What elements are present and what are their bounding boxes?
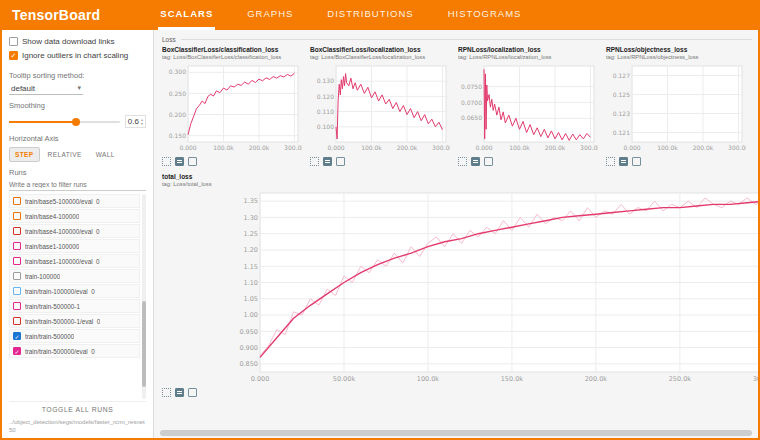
svg-text:0.0750: 0.0750 (461, 83, 482, 90)
expand-icon[interactable] (162, 157, 171, 166)
expand-icon[interactable] (606, 157, 615, 166)
checkbox-icon[interactable] (9, 37, 18, 46)
run-row[interactable]: train/train-500000/eval_0 (9, 344, 140, 358)
fullscreen-icon[interactable] (188, 388, 197, 397)
run-row[interactable]: train/base1-100000 (9, 239, 140, 253)
run-row[interactable]: train/train-500000 (9, 329, 140, 343)
run-checkbox[interactable] (13, 227, 21, 235)
data-table-icon[interactable] (175, 388, 184, 397)
rpn-localization-loss-chart[interactable]: 0.07500.07000.06500.000100.0k200.0k300.0… (458, 62, 598, 154)
run-row[interactable]: train/train-500000-1 (9, 299, 140, 313)
horizontal-axis-label: Horizontal Axis (9, 134, 146, 143)
data-table-icon[interactable] (323, 157, 332, 166)
run-row[interactable]: train/base4-100000/eval_0 (9, 224, 140, 238)
svg-text:0.0650: 0.0650 (461, 114, 482, 121)
category-header[interactable]: Loss (162, 34, 752, 44)
run-list-scrollbar[interactable] (142, 194, 146, 399)
divider (181, 39, 752, 40)
svg-text:200.0k: 200.0k (585, 375, 608, 383)
run-row[interactable]: train/base5-100000/eval_0 (9, 194, 140, 208)
axis-relative-button[interactable]: RELATIVE (42, 147, 88, 162)
run-row[interactable]: train/train-100000/eval_0 (9, 284, 140, 298)
run-checkbox[interactable] (13, 302, 21, 310)
chart-card-rpn-localization-loss: RPNLoss/localization_loss tag: Loss/RPNL… (458, 46, 598, 166)
run-checkbox[interactable] (13, 212, 21, 220)
data-table-icon[interactable] (175, 157, 184, 166)
run-checkbox[interactable] (13, 332, 21, 340)
tab-histograms[interactable]: HISTOGRAMS (446, 0, 524, 30)
run-row[interactable]: train-100000 (9, 269, 140, 283)
run-checkbox[interactable] (13, 197, 21, 205)
svg-text:300.0k: 300.0k (753, 375, 760, 383)
axis-wall-button[interactable]: WALL (90, 147, 121, 162)
data-table-icon[interactable] (619, 157, 628, 166)
expand-icon[interactable] (310, 157, 319, 166)
chart-tag: tag: Loss/RPNLoss/objectness_loss (606, 54, 746, 61)
run-row[interactable]: train/base1-100000/eval_0 (9, 254, 140, 268)
svg-text:0.000: 0.000 (327, 144, 344, 151)
axis-step-button[interactable]: STEP (9, 147, 40, 162)
smoothing-value: 0.6 (128, 117, 139, 126)
tab-distributions[interactable]: DISTRIBUTIONS (325, 0, 415, 30)
svg-text:1.25: 1.25 (244, 230, 258, 238)
tab-graphs[interactable]: GRAPHS (245, 0, 295, 30)
slider-thumb-icon[interactable] (72, 118, 80, 126)
run-row[interactable]: train/train-500000-1/eval_0 (9, 314, 140, 328)
expand-icon[interactable] (162, 388, 171, 397)
run-checkbox[interactable] (13, 242, 21, 250)
scrollbar-thumb[interactable] (142, 301, 146, 387)
svg-text:0.127: 0.127 (613, 72, 630, 79)
svg-text:0.000: 0.000 (251, 375, 270, 383)
svg-text:250.0k: 250.0k (669, 375, 692, 383)
svg-text:0.150: 0.150 (169, 132, 186, 139)
tab-scalars[interactable]: SCALARS (158, 0, 215, 30)
svg-text:300.0k: 300.0k (728, 144, 746, 151)
checkbox-icon[interactable] (9, 51, 18, 60)
fullscreen-icon[interactable] (484, 157, 493, 166)
run-filter-input[interactable] (9, 179, 146, 191)
smoothing-slider[interactable] (9, 121, 120, 123)
run-label: train/base5-100000/eval_0 (25, 198, 100, 205)
svg-text:0.000: 0.000 (623, 144, 640, 151)
spinner-down-icon[interactable]: ▾ (141, 122, 143, 126)
svg-text:0.300: 0.300 (169, 69, 186, 76)
axis-button-group: STEP RELATIVE WALL (9, 147, 146, 162)
svg-text:0.120: 0.120 (317, 93, 334, 100)
chart-title: total_loss (162, 173, 752, 181)
svg-text:100.0k: 100.0k (657, 144, 678, 151)
horizontal-scrollbar[interactable] (160, 430, 752, 436)
fullscreen-icon[interactable] (188, 157, 197, 166)
svg-text:300.0k: 300.0k (432, 144, 450, 151)
tooltip-sort-dropdown[interactable]: default ▾ (9, 83, 83, 95)
run-checkbox[interactable] (13, 272, 21, 280)
show-download-links-option[interactable]: Show data download links (9, 37, 146, 46)
run-checkbox[interactable] (13, 317, 21, 325)
objectness-loss-chart[interactable]: 0.1270.1250.1230.1210.000100.0k200.0k300… (606, 62, 746, 154)
svg-text:1.30: 1.30 (244, 214, 258, 222)
data-table-icon[interactable] (471, 157, 480, 166)
run-checkbox[interactable] (13, 257, 21, 265)
chart-tag: tag: Loss/RPNLoss/localization_loss (458, 54, 598, 61)
value-stepper[interactable]: ▴▾ (141, 118, 143, 125)
smoothing-value-field[interactable]: 0.6 ▴▾ (125, 115, 146, 128)
model-path-text: ../object_detection/segs/models/faster_r… (9, 416, 146, 435)
run-checkbox[interactable] (13, 347, 21, 355)
run-label: train/train-500000 (25, 333, 74, 340)
classification-loss-chart[interactable]: 0.3000.2500.2000.1500.000100.0k200.0k300… (162, 62, 302, 154)
total-loss-chart[interactable]: 1.351.301.251.201.151.101.051.000.9500.9… (226, 189, 760, 385)
fullscreen-icon[interactable] (336, 157, 345, 166)
toggle-all-runs-button[interactable]: TOGGLE ALL RUNS (9, 401, 146, 416)
box-localization-loss-chart[interactable]: 0.1300.1200.1100.1000.000100.0k200.0k300… (310, 62, 450, 154)
run-label: train/train-100000/eval_0 (25, 288, 95, 295)
chart-toolbar (162, 388, 752, 397)
svg-text:0.200: 0.200 (169, 111, 186, 118)
run-checkbox[interactable] (13, 287, 21, 295)
content-area: Show data download links Ignore outliers… (2, 30, 758, 438)
fullscreen-icon[interactable] (632, 157, 641, 166)
svg-text:100.0k: 100.0k (213, 144, 234, 151)
ignore-outliers-option[interactable]: Ignore outliers in chart scaling (9, 51, 146, 60)
chart-title: BoxClassifierLoss/classification_loss (162, 46, 302, 54)
expand-icon[interactable] (458, 157, 467, 166)
run-row[interactable]: train/base4-100000 (9, 209, 140, 223)
run-label: train/base1-100000/eval_0 (25, 258, 100, 265)
